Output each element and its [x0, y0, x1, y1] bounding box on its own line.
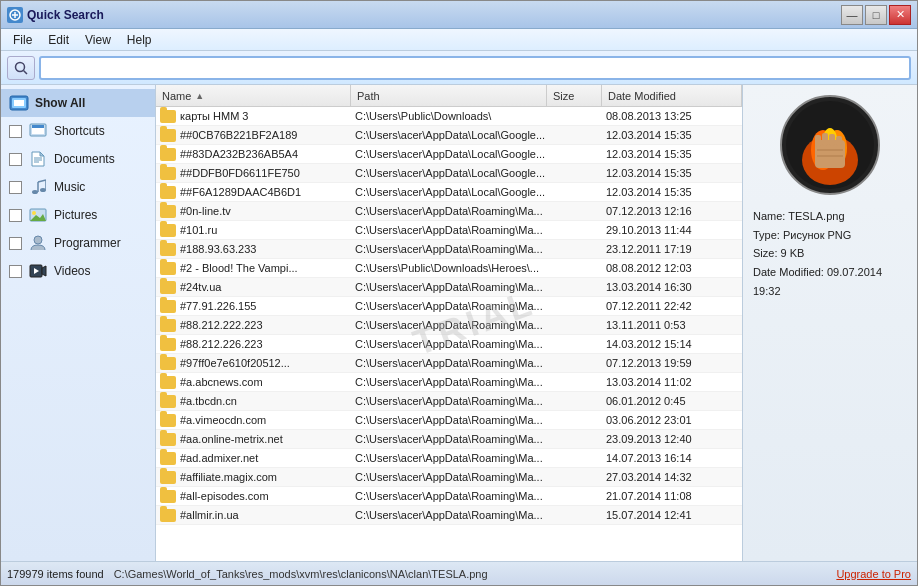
table-row[interactable]: #a.vimeocdn.com C:\Users\acer\AppData\Ro… [156, 411, 742, 430]
pictures-checkbox[interactable] [9, 209, 22, 222]
toolbar [1, 51, 917, 85]
svg-point-24 [34, 236, 42, 244]
file-date-cell: 13.11.2011 0:53 [602, 316, 742, 334]
file-size-cell [547, 411, 602, 429]
folder-icon [160, 224, 176, 237]
status-bar: 179979 items found C:\Games\World_of_Tan… [1, 561, 917, 585]
menu-file[interactable]: File [5, 31, 40, 49]
table-row[interactable]: ##0CB76B221BF2A189 C:\Users\acer\AppData… [156, 126, 742, 145]
programmer-checkbox[interactable] [9, 237, 22, 250]
file-name-cell: #88.212.222.223 [156, 316, 351, 334]
folder-icon [160, 414, 176, 427]
main-window: Quick Search — □ ✕ File Edit View Help [0, 0, 918, 586]
table-row[interactable]: ##83DA232B236AB5A4 C:\Users\acer\AppData… [156, 145, 742, 164]
table-row[interactable]: карты НММ 3 C:\Users\Public\Downloads\ 0… [156, 107, 742, 126]
file-path-cell: C:\Users\acer\AppData\Roaming\Ma... [351, 240, 547, 258]
music-checkbox[interactable] [9, 181, 22, 194]
svg-rect-7 [14, 100, 24, 106]
file-name-cell: #a.abcnews.com [156, 373, 351, 391]
menu-help[interactable]: Help [119, 31, 160, 49]
table-row[interactable]: #allmir.in.ua C:\Users\acer\AppData\Roam… [156, 506, 742, 525]
menu-view[interactable]: View [77, 31, 119, 49]
file-name-cell: #ad.admixer.net [156, 449, 351, 467]
table-row[interactable]: #a.tbcdn.cn C:\Users\acer\AppData\Roamin… [156, 392, 742, 411]
shortcuts-checkbox[interactable] [9, 125, 22, 138]
table-row[interactable]: ##DDFB0FD6611FE750 C:\Users\acer\AppData… [156, 164, 742, 183]
preview-name: Name: TESLA.png [753, 207, 907, 226]
documents-checkbox[interactable] [9, 153, 22, 166]
title-bar: Quick Search — □ ✕ [1, 1, 917, 29]
table-row[interactable]: #97ff0e7e610f20512... C:\Users\acer\AppD… [156, 354, 742, 373]
sidebar-item-shortcuts[interactable]: Shortcuts [1, 117, 155, 145]
table-row[interactable]: #24tv.ua C:\Users\acer\AppData\Roaming\M… [156, 278, 742, 297]
file-date-cell: 13.03.2014 16:30 [602, 278, 742, 296]
col-header-name[interactable]: Name ▲ [156, 85, 351, 106]
sidebar-item-show-all[interactable]: Show All [1, 89, 155, 117]
sidebar-item-pictures[interactable]: Pictures [1, 201, 155, 229]
maximize-button[interactable]: □ [865, 5, 887, 25]
file-size-cell [547, 468, 602, 486]
table-row[interactable]: #ad.admixer.net C:\Users\acer\AppData\Ro… [156, 449, 742, 468]
videos-checkbox[interactable] [9, 265, 22, 278]
folder-icon [160, 319, 176, 332]
file-date-cell: 14.03.2012 15:14 [602, 335, 742, 353]
file-path-cell: C:\Users\acer\AppData\Roaming\Ma... [351, 506, 547, 524]
folder-icon [160, 186, 176, 199]
file-path-cell: C:\Users\acer\AppData\Local\Google... [351, 126, 547, 144]
sidebar-item-music[interactable]: Music [1, 173, 155, 201]
file-name-cell: карты НММ 3 [156, 107, 351, 125]
minimize-button[interactable]: — [841, 5, 863, 25]
sidebar-item-programmer[interactable]: Programmer [1, 229, 155, 257]
window-title: Quick Search [27, 8, 841, 22]
file-date-cell: 12.03.2014 15:35 [602, 145, 742, 163]
sidebar-item-documents[interactable]: Documents [1, 145, 155, 173]
table-row[interactable]: #88.212.222.223 C:\Users\acer\AppData\Ro… [156, 316, 742, 335]
col-header-date[interactable]: Date Modified [602, 85, 742, 106]
table-row[interactable]: #a.abcnews.com C:\Users\acer\AppData\Roa… [156, 373, 742, 392]
folder-icon [160, 395, 176, 408]
folder-icon [160, 148, 176, 161]
file-path-cell: C:\Users\acer\AppData\Roaming\Ma... [351, 202, 547, 220]
table-row[interactable]: #77.91.226.155 C:\Users\acer\AppData\Roa… [156, 297, 742, 316]
folder-icon [160, 490, 176, 503]
music-label: Music [54, 180, 85, 194]
upgrade-link[interactable]: Upgrade to Pro [836, 568, 911, 580]
table-row[interactable]: #affiliate.magix.com C:\Users\acer\AppDa… [156, 468, 742, 487]
file-size-cell [547, 297, 602, 315]
table-row[interactable]: #all-episodes.com C:\Users\acer\AppData\… [156, 487, 742, 506]
menu-edit[interactable]: Edit [40, 31, 77, 49]
file-path-cell: C:\Users\acer\AppData\Roaming\Ma... [351, 392, 547, 410]
folder-icon [160, 300, 176, 313]
file-date-cell: 03.06.2012 23:01 [602, 411, 742, 429]
close-button[interactable]: ✕ [889, 5, 911, 25]
table-row[interactable]: #2 - Blood! The Vampi... C:\Users\Public… [156, 259, 742, 278]
table-row[interactable]: #88.212.226.223 C:\Users\acer\AppData\Ro… [156, 335, 742, 354]
file-size-cell [547, 202, 602, 220]
search-button[interactable] [7, 56, 35, 80]
file-path-cell: C:\Users\Public\Downloads\Heroes\... [351, 259, 547, 277]
table-row[interactable]: #0n-line.tv C:\Users\acer\AppData\Roamin… [156, 202, 742, 221]
file-name-cell: #88.212.226.223 [156, 335, 351, 353]
file-name-cell: #24tv.ua [156, 278, 351, 296]
file-name-cell: #all-episodes.com [156, 487, 351, 505]
file-path-cell: C:\Users\acer\AppData\Roaming\Ma... [351, 297, 547, 315]
file-size-cell [547, 487, 602, 505]
col-header-size[interactable]: Size [547, 85, 602, 106]
table-row[interactable]: ##F6A1289DAAC4B6D1 C:\Users\acer\AppData… [156, 183, 742, 202]
programmer-icon [28, 233, 48, 253]
table-row[interactable]: #aa.online-metrix.net C:\Users\acer\AppD… [156, 430, 742, 449]
file-path-cell: C:\Users\acer\AppData\Roaming\Ma... [351, 373, 547, 391]
col-header-path[interactable]: Path [351, 85, 547, 106]
table-row[interactable]: #101.ru C:\Users\acer\AppData\Roaming\Ma… [156, 221, 742, 240]
sidebar-item-videos[interactable]: Videos [1, 257, 155, 285]
file-name-cell: ##F6A1289DAAC4B6D1 [156, 183, 351, 201]
file-path-cell: C:\Users\Public\Downloads\ [351, 107, 547, 125]
file-list-scroll[interactable]: карты НММ 3 C:\Users\Public\Downloads\ 0… [156, 107, 742, 561]
sort-arrow-name: ▲ [195, 91, 204, 101]
table-row[interactable]: #188.93.63.233 C:\Users\acer\AppData\Roa… [156, 240, 742, 259]
file-date-cell: 23.12.2011 17:19 [602, 240, 742, 258]
file-date-cell: 07.12.2013 12:16 [602, 202, 742, 220]
search-input[interactable] [39, 56, 911, 80]
file-path-cell: C:\Users\acer\AppData\Local\Google... [351, 164, 547, 182]
file-size-cell [547, 316, 602, 334]
